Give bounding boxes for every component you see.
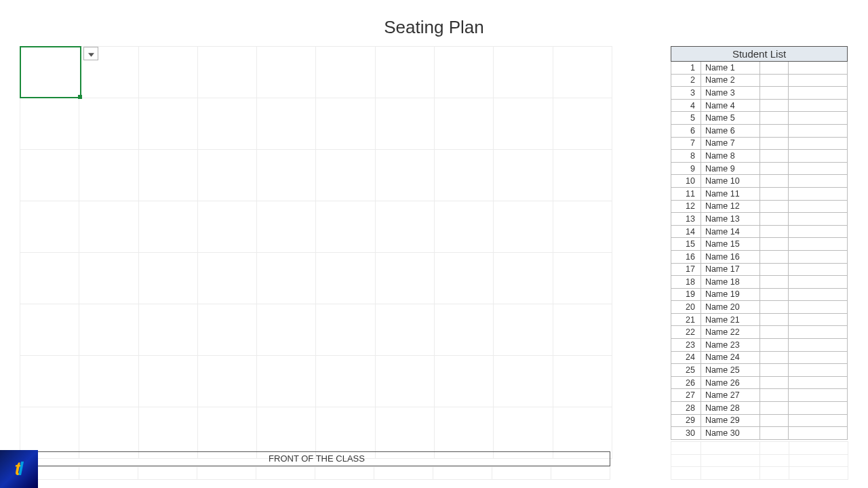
front-of-class-cell[interactable] bbox=[20, 452, 610, 466]
empty-cell[interactable] bbox=[789, 414, 848, 427]
empty-cell[interactable] bbox=[789, 389, 848, 402]
empty-cell[interactable] bbox=[760, 62, 789, 75]
empty-cell[interactable] bbox=[760, 364, 789, 377]
empty-cell[interactable] bbox=[789, 99, 848, 112]
empty-cell[interactable] bbox=[760, 402, 789, 415]
seat-cell[interactable] bbox=[316, 304, 375, 356]
table-row[interactable]: 9Name 9 bbox=[671, 162, 848, 175]
table-row[interactable]: 5Name 5 bbox=[671, 112, 848, 125]
sheet-cell[interactable] bbox=[760, 442, 789, 455]
seat-cell[interactable] bbox=[257, 304, 316, 356]
seat-cell[interactable] bbox=[138, 201, 197, 253]
empty-cell[interactable] bbox=[789, 276, 848, 289]
seat-cell[interactable] bbox=[494, 98, 553, 150]
empty-cell[interactable] bbox=[789, 200, 848, 213]
table-row[interactable]: 8Name 8 bbox=[671, 150, 848, 163]
sheet-cell[interactable] bbox=[79, 467, 138, 480]
sheet-cell[interactable] bbox=[492, 467, 551, 480]
table-row[interactable]: 20Name 20 bbox=[671, 301, 848, 314]
empty-cell[interactable] bbox=[789, 225, 848, 238]
empty-cell[interactable] bbox=[760, 124, 789, 137]
empty-cell[interactable] bbox=[789, 288, 848, 301]
seat-cell[interactable] bbox=[375, 201, 434, 253]
seat-cell[interactable] bbox=[435, 201, 494, 253]
sheet-background-grid[interactable] bbox=[671, 441, 848, 480]
sheet-cell[interactable] bbox=[701, 467, 760, 480]
seat-cell[interactable] bbox=[316, 47, 375, 98]
empty-cell[interactable] bbox=[789, 112, 848, 125]
empty-cell[interactable] bbox=[760, 313, 789, 326]
sheet-cell[interactable] bbox=[760, 467, 789, 480]
sheet-cell[interactable] bbox=[197, 467, 256, 480]
seat-cell[interactable] bbox=[494, 47, 553, 98]
seat-cell[interactable] bbox=[375, 356, 434, 407]
table-row[interactable]: 25Name 25 bbox=[671, 364, 848, 377]
seat-cell[interactable] bbox=[316, 253, 375, 304]
seat-cell[interactable] bbox=[494, 201, 553, 253]
seat-cell[interactable] bbox=[138, 253, 197, 304]
table-row[interactable]: 11Name 11 bbox=[671, 187, 848, 200]
empty-cell[interactable] bbox=[760, 162, 789, 175]
seat-cell[interactable] bbox=[197, 253, 256, 304]
seating-grid[interactable] bbox=[20, 46, 612, 459]
table-row[interactable]: 16Name 16 bbox=[671, 250, 848, 263]
sheet-cell[interactable] bbox=[551, 467, 610, 480]
empty-cell[interactable] bbox=[789, 162, 848, 175]
student-list-table[interactable]: Student List 1Name 12Name 23Name 34Name … bbox=[671, 46, 848, 440]
empty-cell[interactable] bbox=[789, 263, 848, 276]
empty-cell[interactable] bbox=[760, 74, 789, 87]
table-row[interactable]: 23Name 23 bbox=[671, 339, 848, 352]
empty-cell[interactable] bbox=[760, 175, 789, 188]
empty-cell[interactable] bbox=[760, 389, 789, 402]
sheet-cell[interactable] bbox=[374, 467, 433, 480]
empty-cell[interactable] bbox=[789, 74, 848, 87]
sheet-cell[interactable] bbox=[760, 454, 789, 467]
table-row[interactable]: 14Name 14 bbox=[671, 225, 848, 238]
cell-dropdown-button[interactable] bbox=[83, 47, 98, 60]
empty-cell[interactable] bbox=[760, 339, 789, 352]
empty-cell[interactable] bbox=[789, 326, 848, 339]
fill-handle[interactable] bbox=[78, 95, 82, 99]
seat-cell[interactable] bbox=[494, 150, 553, 201]
seat-cell[interactable] bbox=[79, 304, 138, 356]
seat-cell[interactable] bbox=[435, 304, 494, 356]
empty-cell[interactable] bbox=[760, 301, 789, 314]
seat-cell[interactable] bbox=[79, 150, 138, 201]
table-row[interactable]: 15Name 15 bbox=[671, 238, 848, 251]
empty-cell[interactable] bbox=[789, 213, 848, 226]
seat-cell[interactable] bbox=[257, 47, 316, 98]
seat-cell[interactable] bbox=[20, 304, 79, 356]
empty-cell[interactable] bbox=[789, 364, 848, 377]
empty-cell[interactable] bbox=[789, 313, 848, 326]
seat-cell[interactable] bbox=[197, 201, 256, 253]
seat-cell[interactable] bbox=[197, 98, 256, 150]
empty-cell[interactable] bbox=[760, 427, 789, 440]
empty-cell[interactable] bbox=[760, 326, 789, 339]
seat-cell[interactable] bbox=[375, 304, 434, 356]
table-row[interactable]: 29Name 29 bbox=[671, 414, 848, 427]
table-row[interactable]: 17Name 17 bbox=[671, 263, 848, 276]
seat-cell[interactable] bbox=[20, 150, 79, 201]
empty-cell[interactable] bbox=[760, 238, 789, 251]
seat-cell[interactable] bbox=[197, 150, 256, 201]
table-row[interactable]: 27Name 27 bbox=[671, 389, 848, 402]
seat-cell[interactable] bbox=[494, 304, 553, 356]
table-row[interactable]: 22Name 22 bbox=[671, 326, 848, 339]
seat-cell[interactable] bbox=[20, 201, 79, 253]
seat-cell[interactable] bbox=[375, 47, 434, 98]
empty-cell[interactable] bbox=[789, 250, 848, 263]
sheet-cell[interactable] bbox=[671, 467, 701, 480]
seat-cell[interactable] bbox=[79, 356, 138, 407]
seat-cell[interactable] bbox=[375, 150, 434, 201]
seat-cell[interactable] bbox=[553, 356, 612, 407]
seat-cell[interactable] bbox=[79, 253, 138, 304]
empty-cell[interactable] bbox=[789, 187, 848, 200]
empty-cell[interactable] bbox=[760, 87, 789, 100]
empty-cell[interactable] bbox=[760, 288, 789, 301]
seat-cell[interactable] bbox=[435, 356, 494, 407]
seat-cell[interactable] bbox=[20, 98, 79, 150]
seat-cell[interactable] bbox=[138, 304, 197, 356]
empty-cell[interactable] bbox=[760, 137, 789, 150]
sheet-cell[interactable] bbox=[315, 467, 374, 480]
seat-cell[interactable] bbox=[138, 47, 197, 98]
